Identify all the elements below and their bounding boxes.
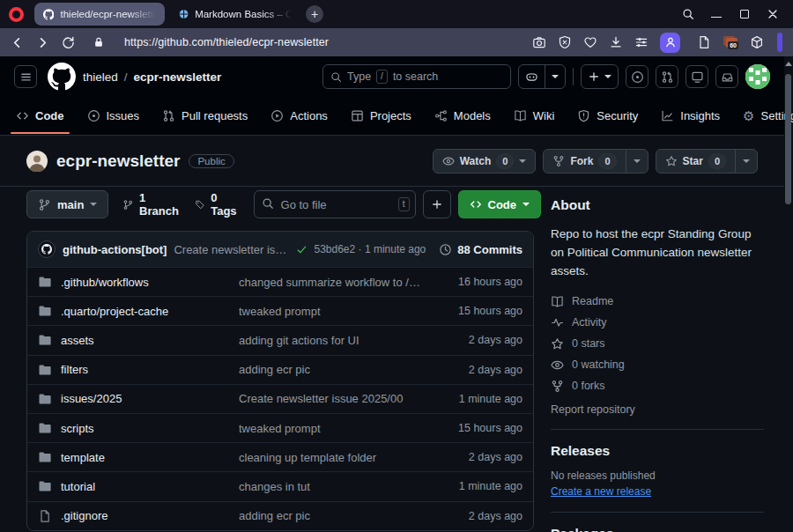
tab-wiki[interactable]: Wiki — [514, 109, 555, 122]
file-commit-time: 2 days ago — [431, 364, 522, 376]
forward-icon[interactable] — [36, 36, 49, 49]
maximize-button[interactable] — [738, 8, 751, 20]
tags-link[interactable]: 0 Tags — [195, 191, 239, 218]
readme-link[interactable]: Readme — [551, 295, 764, 308]
file-name[interactable]: assets — [61, 334, 94, 347]
breadcrumb-repo[interactable]: ecpr-newsletter — [134, 70, 222, 84]
tab-models[interactable]: Models — [434, 109, 491, 122]
copilot-button[interactable] — [518, 64, 566, 89]
branch-selector[interactable]: main — [26, 190, 108, 218]
breadcrumb-owner[interactable]: thieled — [83, 70, 118, 84]
bot-avatar[interactable] — [38, 240, 56, 258]
file-commit-message[interactable]: adding ecr pic — [239, 509, 431, 522]
browser-tab-quarto[interactable]: Markdown Basics – Quarto — [170, 3, 300, 26]
watchers-link[interactable]: 0 watching — [551, 358, 764, 372]
lock-icon[interactable] — [93, 36, 105, 48]
file-name[interactable]: .github/workflows — [61, 276, 149, 289]
file-name[interactable]: issues/2025 — [61, 392, 122, 405]
scrollbar-thumb[interactable] — [785, 74, 791, 204]
tab-issues[interactable]: Issues — [87, 109, 140, 122]
commit-author[interactable]: github-actions[bot] — [63, 243, 167, 256]
tab-actions[interactable]: Actions — [271, 109, 328, 122]
file-name[interactable]: filters — [61, 363, 88, 376]
check-icon[interactable] — [296, 244, 308, 255]
file-commit-message[interactable]: adding git actions for UI — [239, 334, 431, 347]
tab-security[interactable]: Security — [577, 109, 638, 122]
file-name[interactable]: tutorial — [61, 480, 95, 493]
person-icon — [664, 36, 677, 48]
file-commit-message[interactable]: changes in tut — [239, 480, 431, 493]
settings-sliders-icon[interactable] — [634, 35, 648, 49]
search-icon[interactable] — [682, 8, 694, 20]
file-commit-message[interactable]: tweaked prompt — [239, 422, 431, 435]
file-name[interactable]: template — [61, 451, 105, 464]
report-repository-link[interactable]: Report repository — [551, 403, 764, 416]
fork-button[interactable]: Fork 0 — [543, 149, 648, 174]
page-scrollbar[interactable] — [784, 58, 792, 532]
releases-empty-text: No releases published — [551, 469, 764, 482]
file-commit-message[interactable]: tweaked prompt — [239, 305, 431, 318]
search-placeholder-suffix: to search — [393, 70, 438, 83]
tab-pull-requests[interactable]: Pull requests — [162, 109, 248, 122]
file-name[interactable]: .gitignore — [61, 509, 107, 522]
watch-button[interactable]: Watch 0 — [433, 149, 537, 174]
branches-link[interactable]: 1 Branch — [122, 191, 181, 218]
notifications-inbox-button[interactable] — [715, 65, 738, 88]
tab-projects[interactable]: Projects — [351, 109, 411, 122]
minimize-button[interactable] — [710, 8, 723, 20]
codespaces-header-button[interactable] — [686, 65, 708, 88]
bookmark-heart-icon[interactable] — [583, 35, 597, 49]
back-icon[interactable] — [11, 36, 24, 49]
profile-badge[interactable] — [660, 33, 680, 53]
file-commit-message[interactable]: changed summarize workflow to /summar... — [239, 276, 431, 289]
issues-header-button[interactable] — [626, 65, 648, 88]
create-new-button[interactable] — [581, 64, 619, 89]
copilot-icon — [525, 70, 538, 84]
file-commit-message[interactable]: adding ecr pic — [239, 363, 431, 376]
reader-page-icon[interactable] — [697, 35, 711, 49]
copilot-dropdown[interactable] — [545, 65, 565, 88]
global-menu-button[interactable] — [14, 65, 37, 88]
star-dropdown[interactable] — [735, 150, 757, 173]
star-button[interactable]: Star 0 — [656, 149, 758, 174]
extension-60-icon[interactable]: 60 — [723, 35, 738, 49]
commit-hash[interactable]: 53bd6e2 — [315, 243, 356, 255]
forks-link[interactable]: 0 forks — [551, 380, 764, 393]
opera-logo[interactable] — [9, 7, 24, 22]
table-row: .github/workflows changed summarize work… — [27, 267, 533, 296]
tab-code[interactable]: Code — [16, 109, 64, 122]
snapshot-icon[interactable] — [532, 35, 546, 49]
download-icon[interactable] — [609, 35, 623, 49]
file-commit-message[interactable]: cleaning up template folder — [239, 451, 431, 464]
commit-message[interactable]: Create newsletter issue 2025/00 — [174, 243, 288, 256]
stars-link[interactable]: 0 stars — [551, 337, 764, 351]
activity-link[interactable]: Activity — [551, 316, 764, 329]
pull-requests-header-button[interactable] — [656, 65, 678, 88]
repo-title[interactable]: ecpr-newsletter — [56, 151, 180, 171]
adblock-shield-icon[interactable] — [558, 35, 572, 49]
go-to-file-input[interactable] — [254, 190, 416, 218]
sidebar-toggle-pill[interactable] — [777, 33, 782, 52]
add-file-button[interactable] — [423, 190, 451, 218]
user-avatar[interactable] — [745, 64, 770, 89]
extensions-cube-icon[interactable] — [750, 35, 764, 49]
create-release-link[interactable]: Create a new release — [551, 485, 651, 498]
scroll-up-arrow[interactable] — [785, 62, 792, 66]
global-search-input[interactable]: Type / to search — [322, 64, 511, 89]
repo-owner-avatar[interactable] — [26, 151, 48, 172]
code-download-button[interactable]: Code — [458, 190, 542, 218]
repo-nav: Code Issues Pull requests Actions Projec… — [0, 97, 784, 136]
close-icon[interactable] — [767, 8, 779, 20]
file-name[interactable]: scripts — [61, 422, 94, 435]
commit-history-link[interactable]: 88 Commits — [439, 243, 522, 256]
url-text[interactable]: https://github.com/thieled/ecpr-newslett… — [124, 36, 329, 48]
browser-tab-github[interactable]: thieled/ecpr-newsletter: R — [34, 3, 165, 26]
reload-icon[interactable] — [62, 36, 75, 49]
file-commit-message[interactable]: Create newsletter issue 2025/00 — [239, 392, 431, 405]
file-name[interactable]: .quarto/project-cache — [61, 305, 168, 318]
tab-insights[interactable]: Insights — [661, 109, 720, 122]
github-logo[interactable] — [48, 63, 76, 91]
fork-dropdown[interactable] — [626, 150, 648, 173]
project-table-icon — [351, 109, 364, 122]
new-tab-button[interactable]: + — [306, 5, 323, 23]
